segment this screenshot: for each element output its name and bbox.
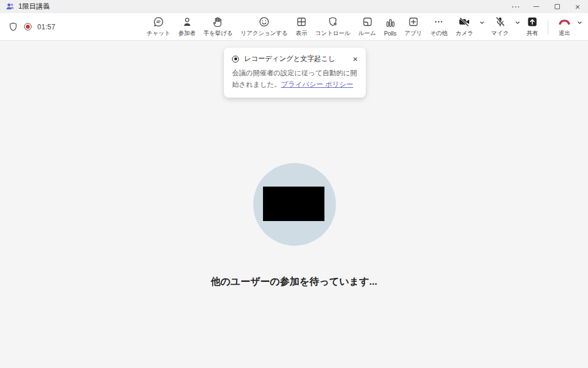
share-button[interactable]: 共有 xyxy=(523,13,542,41)
share-screen-icon xyxy=(527,16,538,28)
mic-split-button: マイク xyxy=(487,13,523,41)
participant-avatar xyxy=(253,163,336,246)
toolbar-main-buttons: チャット 参加者 手を挙げる xyxy=(143,13,452,41)
toolbar-button-view[interactable]: 表示 xyxy=(292,13,311,41)
more-dots-icon xyxy=(433,16,444,28)
close-icon: × xyxy=(575,2,581,11)
meeting-timer: 01:57 xyxy=(37,23,56,31)
polls-bars-icon xyxy=(385,17,396,29)
toolbar-button-raise-hand[interactable]: 手を挙げる xyxy=(200,13,237,41)
leave-button[interactable]: 退出 xyxy=(554,13,575,41)
titlebar-more-button[interactable] xyxy=(505,0,526,13)
camera-split-button: カメラ xyxy=(452,13,488,41)
maximize-button[interactable] xyxy=(547,0,567,13)
view-grid-icon xyxy=(296,16,307,28)
mic-options-chevron-icon[interactable] xyxy=(513,20,523,26)
notification-body: 会議の開催者の設定に従って自動的に開始されました。プライバシー ポリシー xyxy=(232,68,359,91)
meeting-stage: レコーディングと文字起こし × 会議の開催者の設定に従って自動的に開始されました… xyxy=(0,41,588,368)
rooms-icon xyxy=(362,16,373,28)
close-button[interactable]: × xyxy=(567,0,588,13)
mic-toggle-button[interactable]: マイク xyxy=(487,13,513,41)
toolbar-button-more[interactable]: その他 xyxy=(426,13,451,41)
toolbar-divider xyxy=(548,20,548,34)
record-icon xyxy=(232,56,239,63)
teams-meeting-window: 1限目講義 × 01:57 xyxy=(0,0,588,368)
toolbar-button-chat[interactable]: チャット xyxy=(143,13,175,41)
leave-label: 退出 xyxy=(559,29,570,37)
toolbar-button-react[interactable]: リアクションする xyxy=(237,13,292,41)
hang-up-icon xyxy=(558,16,571,28)
toolbar-button-label: アプリ xyxy=(404,29,422,37)
camera-toggle-button[interactable]: カメラ xyxy=(452,13,478,41)
window-titlebar: 1限目講義 × xyxy=(0,0,588,13)
toolbar-button-label: Polls xyxy=(384,30,397,37)
recording-notification: レコーディングと文字起こし × 会議の開催者の設定に従って自動的に開始されました… xyxy=(224,48,366,98)
mic-label: マイク xyxy=(491,29,509,37)
more-dots-icon xyxy=(512,6,519,7)
share-label: 共有 xyxy=(527,29,538,37)
notification-title: レコーディングと文字起こし xyxy=(244,54,335,64)
toolbar-button-label: リアクションする xyxy=(241,29,288,37)
toolbar-button-label: 表示 xyxy=(296,29,307,37)
toolbar-button-label: ルーム xyxy=(358,29,376,37)
notification-close-icon[interactable]: × xyxy=(351,55,359,63)
window-controls: × xyxy=(505,0,588,13)
shield-gear-icon xyxy=(327,16,339,28)
toolbar-button-control[interactable]: コントロール xyxy=(311,13,354,41)
chat-icon xyxy=(153,16,164,28)
leave-split-button: 退出 xyxy=(554,13,585,41)
people-icon xyxy=(181,16,193,28)
meeting-toolbar: 01:57 チャット 参加者 xyxy=(0,13,588,41)
notification-header: レコーディングと文字起こし × xyxy=(232,54,359,64)
privacy-policy-link[interactable]: プライバシー ポリシー xyxy=(281,80,353,88)
toolbar-button-rooms[interactable]: ルーム xyxy=(354,13,380,41)
toolbar-button-polls[interactable]: Polls xyxy=(380,13,401,41)
mic-off-icon xyxy=(494,16,506,28)
waiting-message: 他のユーザーの参加を待っています... xyxy=(0,275,588,288)
camera-off-icon xyxy=(458,16,471,28)
toolbar-button-label: 参加者 xyxy=(179,29,196,37)
leave-options-chevron-icon[interactable] xyxy=(575,20,585,26)
toolbar-button-label: 手を挙げる xyxy=(204,29,233,37)
toolbar-device-buttons: カメラ マ xyxy=(452,13,588,41)
toolbar-button-apps[interactable]: アプリ xyxy=(400,13,426,41)
minimize-icon xyxy=(533,6,539,7)
window-title: 1限目講義 xyxy=(18,2,50,11)
camera-options-chevron-icon[interactable] xyxy=(477,20,487,26)
raise-hand-icon xyxy=(212,16,224,28)
teams-logo-icon xyxy=(6,2,14,11)
toolbar-button-label: チャット xyxy=(147,29,171,37)
smiley-icon xyxy=(258,16,270,28)
shield-icon[interactable] xyxy=(8,21,18,33)
apps-plus-icon xyxy=(408,16,419,28)
toolbar-button-label: コントロール xyxy=(315,29,350,37)
camera-label: カメラ xyxy=(456,29,474,37)
minimize-button[interactable] xyxy=(526,0,547,13)
maximize-icon xyxy=(555,4,560,9)
toolbar-button-participants[interactable]: 参加者 xyxy=(175,13,200,41)
avatar-redaction-box xyxy=(263,187,324,221)
toolbar-button-label: その他 xyxy=(430,29,447,37)
recording-indicator-icon xyxy=(24,23,32,30)
meeting-status-group: 01:57 xyxy=(0,21,56,33)
